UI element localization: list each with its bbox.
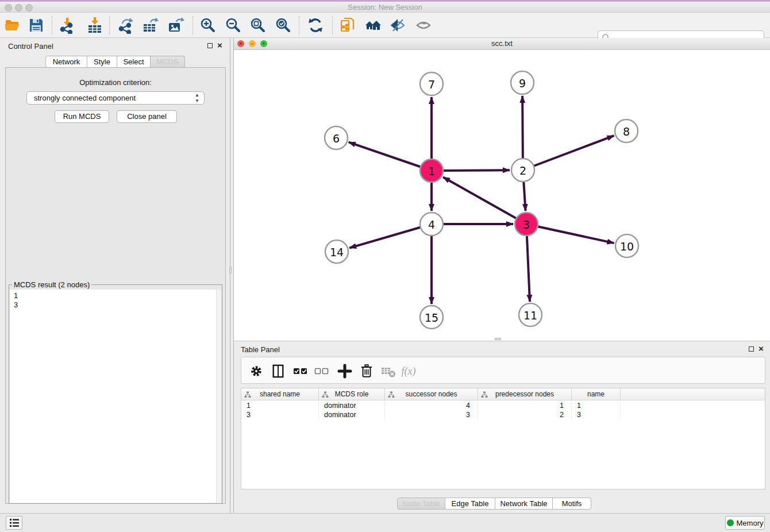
zoom-in-icon[interactable]: [198, 16, 218, 35]
add-column-icon[interactable]: [337, 363, 353, 379]
column-header-predecessor[interactable]: predecessor nodes: [478, 388, 572, 400]
graph-node-15[interactable]: 15: [420, 306, 443, 329]
graph-node-4[interactable]: 4: [420, 213, 443, 236]
memory-button[interactable]: Memory: [725, 516, 765, 530]
table-row[interactable]: 3dominator323: [241, 410, 765, 419]
tab-edge-table[interactable]: Edge Table: [445, 498, 495, 510]
tab-motifs[interactable]: Motifs: [553, 498, 591, 510]
open-session-icon[interactable]: [3, 16, 22, 35]
cell-successor[interactable]: 3: [385, 410, 478, 419]
network-view-window: × − + scc.txt 7968124314101511: [233, 38, 770, 341]
main-toolbar: [0, 13, 770, 38]
zoom-out-icon[interactable]: [224, 16, 243, 35]
graph-edge-1-6[interactable]: [349, 142, 432, 171]
cell-name[interactable]: 1: [572, 401, 621, 410]
column-visibility-icon[interactable]: [270, 363, 286, 379]
cell-successor[interactable]: 4: [385, 401, 478, 410]
graph-node-7[interactable]: 7: [420, 72, 443, 95]
refresh-layout-icon[interactable]: [306, 16, 325, 35]
column-header-successor[interactable]: successor nodes: [385, 388, 478, 400]
graph-node-1[interactable]: 1: [420, 159, 443, 182]
function-builder-icon: f(x): [401, 363, 417, 379]
graph-node-9[interactable]: 9: [511, 71, 534, 94]
cell-shared_name[interactable]: 1: [241, 401, 319, 410]
task-history-button[interactable]: [6, 516, 22, 530]
graph-edge-3-1[interactable]: [443, 177, 526, 224]
graph-node-2[interactable]: 2: [511, 159, 534, 182]
memory-label: Memory: [737, 519, 764, 527]
close-panel-icon[interactable]: ×: [759, 346, 764, 352]
unselect-all-icon[interactable]: [314, 363, 330, 379]
graph-edge-4-14[interactable]: [349, 224, 432, 248]
save-session-icon[interactable]: [26, 16, 46, 35]
scrollbar-track[interactable]: [216, 290, 221, 503]
graph-node-6[interactable]: 6: [325, 126, 348, 149]
column-header-name[interactable]: name: [572, 388, 621, 400]
import-network-icon[interactable]: [57, 16, 77, 35]
duplicate-network-icon[interactable]: [338, 16, 357, 35]
export-image-icon[interactable]: [166, 16, 186, 35]
tab-mcds[interactable]: MCDS: [151, 56, 185, 68]
show-hide-icon[interactable]: [414, 16, 433, 35]
window-minimize-icon[interactable]: [15, 4, 22, 11]
tab-network[interactable]: Network: [45, 56, 87, 68]
window-zoom-icon[interactable]: [25, 4, 33, 11]
graph-node-10[interactable]: 10: [615, 234, 638, 257]
export-table-icon[interactable]: [141, 16, 160, 35]
network-window-titlebar[interactable]: × − + scc.txt: [234, 38, 770, 50]
node-table: shared nameMCDS rolesuccessor nodesprede…: [241, 388, 765, 489]
tab-style[interactable]: Style: [87, 56, 117, 68]
export-network-icon[interactable]: [116, 16, 136, 35]
hierarchy-icon: [322, 391, 329, 398]
table-panel-title: Table Panel: [241, 345, 280, 354]
network-close-icon[interactable]: ×: [237, 40, 244, 47]
graph-node-14[interactable]: 14: [325, 240, 348, 263]
optimization-criterion-select[interactable]: strongly connected component ▲▼: [26, 91, 205, 105]
network-minimize-icon[interactable]: −: [249, 40, 256, 47]
settings-gear-icon[interactable]: [248, 363, 264, 379]
table-row[interactable]: 1dominator411: [241, 401, 765, 410]
cell-predecessor[interactable]: 2: [478, 410, 572, 419]
cell-shared_name[interactable]: 3: [241, 410, 319, 419]
float-panel-icon[interactable]: [749, 346, 754, 352]
cell-name[interactable]: 3: [572, 410, 621, 419]
optimization-criterion-label: Optimization criterion:: [6, 78, 225, 87]
import-table-icon[interactable]: [85, 16, 105, 35]
network-canvas[interactable]: 7968124314101511: [234, 50, 769, 340]
cell-mcds_role[interactable]: dominator: [319, 401, 385, 410]
cell-predecessor[interactable]: 1: [478, 401, 572, 410]
graph-node-3[interactable]: 3: [515, 213, 538, 236]
tab-select[interactable]: Select: [117, 56, 151, 68]
graph-node-label: 1: [428, 165, 435, 178]
tab-node-table[interactable]: Node Table: [397, 498, 445, 510]
close-panel-button[interactable]: Close panel: [117, 110, 177, 123]
run-mcds-button[interactable]: Run MCDS: [55, 110, 109, 123]
graph-node-label: 3: [523, 218, 530, 231]
close-panel-icon[interactable]: ×: [217, 43, 222, 48]
column-header-label: successor nodes: [385, 388, 478, 400]
hierarchy-icon: [244, 391, 251, 398]
home-icon[interactable]: [363, 16, 383, 35]
zoom-fit-icon[interactable]: [248, 16, 268, 35]
column-header-mcds_role[interactable]: MCDS role: [319, 388, 385, 400]
graph-node-label: 9: [519, 77, 526, 90]
cell-mcds_role[interactable]: dominator: [319, 410, 385, 419]
graph-edge-2-8[interactable]: [523, 136, 614, 170]
mcds-result-list[interactable]: 1 3: [10, 290, 221, 503]
window-close-icon[interactable]: [5, 4, 12, 11]
split-pane-handle-vertical[interactable]: [229, 267, 232, 273]
network-window-title: scc.txt: [234, 38, 770, 49]
graph-edge-3-10[interactable]: [526, 224, 614, 243]
zoom-selected-icon[interactable]: [274, 16, 293, 35]
split-pane-handle-horizontal[interactable]: [495, 338, 501, 340]
delete-column-icon[interactable]: [359, 363, 375, 379]
select-all-icon[interactable]: [292, 363, 309, 379]
float-panel-icon[interactable]: [207, 43, 213, 48]
graph-node-11[interactable]: 11: [519, 303, 542, 326]
toolbar-separator: [299, 16, 299, 34]
column-header-shared_name[interactable]: shared name: [241, 388, 319, 400]
network-maximize-icon[interactable]: +: [260, 40, 267, 47]
tab-network-table[interactable]: Network Table: [495, 498, 553, 510]
graphics-details-icon[interactable]: [388, 16, 407, 35]
graph-node-8[interactable]: 8: [615, 119, 638, 142]
